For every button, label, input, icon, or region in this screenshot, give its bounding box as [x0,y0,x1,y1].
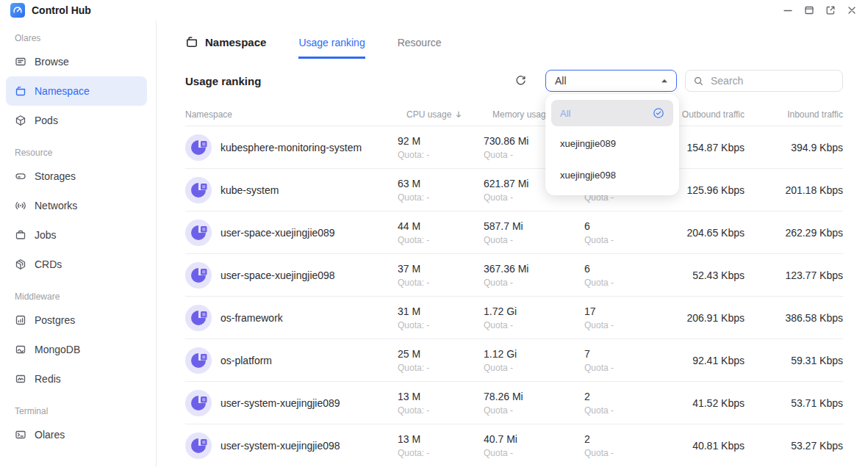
pods-icon [15,115,26,126]
pod-quota: Quota - [584,235,665,245]
inbound-traffic-value: 53.71 Kbps [745,397,843,409]
cpu-quota: Quota: - [398,405,484,416]
cpu-quota: Quota: - [398,192,484,203]
close-icon[interactable] [846,4,858,16]
sidebar-item-label: Namespace [35,85,90,97]
owner-filter-dropdown: All xuejingjie089 xuejingjie098 [545,94,679,195]
namespace-pie-icon [185,305,212,331]
sidebar-section-terminal: Terminal [0,405,156,420]
namespace-name: os-framework [219,312,398,324]
search-input[interactable] [711,75,835,87]
column-header-inbound[interactable]: Inbound traffic [745,109,843,120]
owner-filter-select[interactable]: All [545,70,677,92]
chevron-up-icon [661,79,668,83]
sidebar: Olares Browse Namespace Pods Resource St… [0,21,157,467]
namespace-name: kubesphere-monitoring-system [219,142,398,153]
tab-resource[interactable]: Resource [398,37,442,59]
pod-quota: Quota - [584,448,665,458]
pod-count-value: 2 [584,391,665,402]
pod-quota: Quota - [584,405,665,416]
outbound-traffic-value: 40.81 Kbps [665,440,745,452]
namespace-icon [185,35,198,48]
check-circle-icon [653,107,664,119]
minimize-icon[interactable] [782,4,794,16]
dropdown-option-label: xuejingjie089 [560,138,616,149]
cpu-quota: Quota: - [398,235,484,245]
column-header-namespace[interactable]: Namespace [185,109,398,120]
restore-icon[interactable] [803,4,815,16]
app-title: Control Hub [32,4,91,16]
sidebar-section-olares: Olares [0,32,156,47]
outbound-traffic-value: 206.91 Kbps [665,312,745,324]
dropdown-option-xuejingjie089[interactable]: xuejingjie089 [545,128,679,159]
pod-count-value: 2 [584,433,665,445]
sidebar-item-mongodb[interactable]: MongoDB [0,335,156,364]
cpu-quota: Quota: - [398,278,484,288]
cpu-usage-value: 44 M [398,220,484,232]
namespace-name: user-space-xuejingjie089 [219,227,398,239]
table-row[interactable]: os-framework 31 M Quota: - 1.72 Gi Quota… [185,296,843,339]
table-row[interactable]: kubesphere-monitoring-system 92 M Quota:… [185,126,843,168]
owner-filter-value: All [555,75,661,87]
table-row[interactable]: kube-system 63 M Quota: - 621.87 Mi Quot… [185,168,843,211]
sidebar-item-jobs[interactable]: Jobs [0,220,156,250]
sidebar-item-browse[interactable]: Browse [0,47,156,76]
memory-quota: Quota - [484,235,584,245]
cpu-usage-value: 31 M [398,305,484,317]
sidebar-item-terminal-olares[interactable]: Olares [0,420,156,449]
sort-desc-icon[interactable] [454,110,463,119]
sidebar-item-label: Redis [35,373,61,385]
namespace-pie-icon [185,347,212,374]
terminal-icon [15,429,26,441]
tab-usage-ranking[interactable]: Usage ranking [298,37,365,59]
table-row[interactable]: user-system-xuejingjie089 13 M Quota: - … [185,381,843,424]
sidebar-item-crds[interactable]: CRDs [0,250,156,279]
browse-icon [15,56,26,68]
namespace-name: user-system-xuejingjie098 [219,440,398,452]
cpu-quota: Quota: - [398,448,484,458]
postgres-icon [15,314,26,326]
sidebar-item-pods[interactable]: Pods [0,106,156,135]
memory-quota: Quota - [484,405,584,416]
refresh-icon[interactable] [514,75,527,87]
sidebar-item-namespace[interactable]: Namespace [6,76,147,106]
namespace-name: user-space-xuejingjie098 [219,269,398,281]
jobs-icon [15,229,26,241]
namespace-name: user-system-xuejingjie089 [219,397,398,409]
memory-usage-value: 367.36 Mi [484,263,584,275]
namespace-name: kube-system [219,184,398,196]
memory-usage-value: 587.7 Mi [484,220,584,232]
namespace-pie-icon [185,134,212,161]
page-title: Namespace [185,35,266,59]
sidebar-item-redis[interactable]: Redis [0,364,156,394]
cpu-usage-value: 13 M [398,391,484,402]
table-row[interactable]: user-system-xuejingjie098 13 M Quota: - … [185,424,843,466]
search-box [685,70,843,92]
pod-count-value: 6 [584,220,665,232]
column-header-cpu-label: CPU usage [406,109,451,120]
memory-usage-value: 78.26 Mi [484,391,584,402]
column-header-cpu[interactable]: CPU usage [398,109,484,120]
table-row[interactable]: user-space-xuejingjie089 44 M Quota: - 5… [185,211,843,253]
dropdown-option-all[interactable]: All [551,100,673,126]
open-in-new-icon[interactable] [825,4,836,16]
dropdown-option-xuejingjie098[interactable]: xuejingjie098 [545,159,679,191]
sidebar-item-label: CRDs [35,258,62,270]
memory-usage-value: 1.12 Gi [484,348,584,360]
memory-usage-value: 1.72 Gi [484,305,584,317]
inbound-traffic-value: 201.18 Kbps [745,184,843,196]
toolbar: Usage ranking All All [185,70,843,92]
search-icon [693,76,704,87]
section-title: Usage ranking [185,75,514,87]
table-row[interactable]: user-space-xuejingjie098 37 M Quota: - 3… [185,253,843,296]
sidebar-item-storages[interactable]: Storages [0,162,156,191]
table-body: kubesphere-monitoring-system 92 M Quota:… [185,126,843,466]
table-row[interactable]: os-platform 25 M Quota: - 1.12 Gi Quota … [185,339,843,381]
inbound-traffic-value: 53.27 Kbps [745,440,843,452]
sidebar-item-networks[interactable]: Networks [0,191,156,220]
sidebar-item-postgres[interactable]: Postgres [0,305,156,335]
outbound-traffic-value: 41.52 Kbps [665,397,745,409]
pod-count-value: 6 [584,263,665,275]
memory-quota: Quota - [484,363,584,373]
app-logo-icon [10,3,25,18]
